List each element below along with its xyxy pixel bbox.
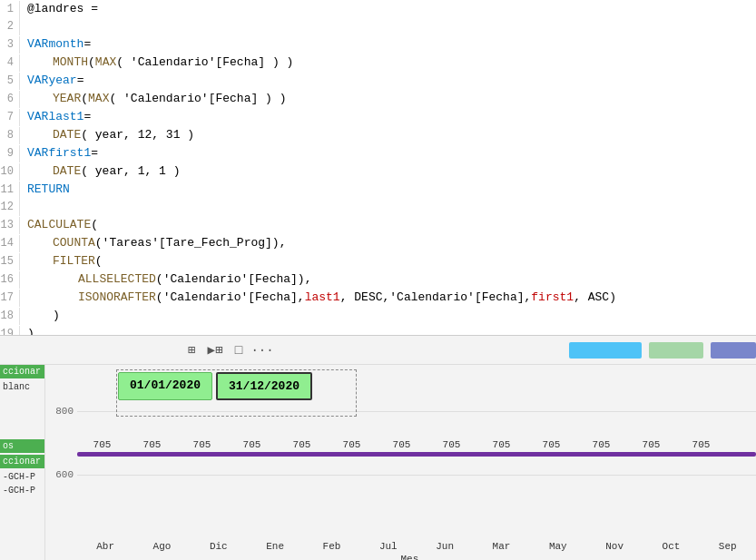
expand-icon[interactable]: ▶⊞ bbox=[205, 340, 225, 360]
code-line-6: 6YEAR ( MAX ( 'Calendario'[Fecha] ) ) bbox=[0, 90, 756, 108]
code-line-3: 3VAR month = bbox=[0, 35, 756, 54]
code-token: ( ' bbox=[116, 54, 137, 71]
month-feb: Feb bbox=[303, 541, 359, 552]
sidebar-item-4: ccionar bbox=[0, 455, 44, 468]
code-area: 1@landres = 23VAR month =4MONTH ( MAX ( … bbox=[0, 0, 756, 335]
bar-val-11: 705 bbox=[576, 439, 626, 450]
line-number: 14 bbox=[0, 235, 20, 252]
bar-val-12: 705 bbox=[626, 439, 676, 450]
code-line-4: 4MONTH ( MAX ( 'Calendario'[Fecha] ) ) bbox=[0, 54, 756, 72]
code-token: Fecha bbox=[222, 54, 258, 71]
bar-val-10: 705 bbox=[526, 439, 576, 450]
code-token: VAR bbox=[27, 72, 48, 89]
line-number: 15 bbox=[0, 253, 20, 270]
filter-icon[interactable]: ⊞ bbox=[182, 340, 201, 360]
code-token: DATE bbox=[53, 162, 81, 180]
code-line-11: 11RETURN bbox=[0, 181, 756, 199]
code-token: ( ' bbox=[109, 90, 130, 107]
code-token: last1 bbox=[305, 289, 340, 306]
code-line-16: 16ALLSELECTED('Calendario'[Fecha]), bbox=[0, 270, 756, 289]
code-line-5: 5VAR year = bbox=[0, 72, 756, 90]
code-token: , DESC,'Calendario'[Fecha], bbox=[340, 289, 532, 306]
more-icon[interactable]: ··· bbox=[252, 340, 272, 360]
code-token: ( bbox=[95, 252, 103, 270]
code-token: month bbox=[48, 35, 83, 53]
line-number: 12 bbox=[0, 199, 20, 216]
line-number: 19 bbox=[0, 326, 20, 335]
code-token: = bbox=[77, 72, 84, 89]
month-abr: Abr bbox=[77, 541, 133, 552]
line-number: 13 bbox=[0, 217, 20, 234]
code-line-19: 19) bbox=[0, 325, 756, 335]
code-line-2: 2 bbox=[0, 18, 756, 35]
code-token: Calendario bbox=[131, 90, 201, 107]
code-line-17: 17ISONORAFTER('Calendario'[Fecha],last1,… bbox=[0, 289, 756, 307]
mes-label: Mes bbox=[401, 554, 419, 560]
line-number: 6 bbox=[0, 91, 20, 108]
code-token: Fecha bbox=[215, 90, 250, 107]
code-line-10: 10DATE ( year, 1, 1 ) bbox=[0, 162, 756, 181]
code-token: last1 bbox=[48, 108, 83, 125]
code-token: DATE bbox=[53, 126, 81, 143]
code-token: = bbox=[91, 144, 98, 162]
code-token: @landres = bbox=[27, 0, 98, 17]
bar-val-2: 705 bbox=[127, 439, 177, 450]
code-token: ALLSELECTED bbox=[78, 270, 156, 288]
code-token: ( year, 12, 31 ) bbox=[81, 126, 194, 143]
x-axis: Abr Ago Dic Ene Feb Jul Jun Mar May Nov … bbox=[77, 537, 756, 555]
month-nov: Nov bbox=[586, 541, 643, 552]
code-token: first1 bbox=[48, 144, 91, 162]
code-token: '[ bbox=[201, 90, 216, 107]
code-token: '[ bbox=[209, 54, 223, 71]
code-token: CALCULATE bbox=[27, 216, 91, 233]
rect-icon[interactable]: □ bbox=[229, 340, 249, 360]
code-token: FILTER bbox=[53, 252, 95, 270]
bar-val-3: 705 bbox=[177, 439, 227, 450]
code-token: , ASC) bbox=[574, 289, 616, 306]
code-line-1: 1@landres = bbox=[0, 0, 756, 18]
code-line-15: 15FILTER( bbox=[0, 252, 756, 270]
bar-val-7: 705 bbox=[377, 439, 427, 450]
code-token: = bbox=[83, 35, 91, 53]
code-token: ) bbox=[27, 325, 34, 335]
sidebar-item-1: ccionar bbox=[0, 365, 44, 378]
code-line-12: 12 bbox=[0, 199, 756, 216]
month-sep: Sep bbox=[700, 541, 756, 552]
y-label-600: 600 bbox=[45, 469, 756, 480]
month-oct: Oct bbox=[643, 541, 699, 552]
date-picker: 01/01/2020 31/12/2020 bbox=[118, 372, 312, 400]
month-dic: Dic bbox=[191, 541, 247, 552]
line-number: 11 bbox=[0, 182, 20, 199]
month-mar: Mar bbox=[473, 541, 529, 552]
bar-val-9: 705 bbox=[476, 439, 526, 450]
code-token: ( year, 1, 1 ) bbox=[81, 162, 180, 180]
month-ene: Ene bbox=[247, 541, 303, 552]
code-token: year bbox=[48, 72, 76, 89]
code-token: MONTH bbox=[53, 54, 88, 71]
code-token: ) bbox=[53, 307, 60, 324]
bar-val-4: 705 bbox=[227, 439, 277, 450]
chart-main: 01/01/2020 31/12/2020 800 705 705 705 70… bbox=[45, 365, 756, 560]
code-token: ('Calendario'[Fecha]), bbox=[156, 270, 312, 288]
date-start-box[interactable]: 01/01/2020 bbox=[118, 372, 212, 400]
line-number: 17 bbox=[0, 290, 20, 307]
code-line-18: 18) bbox=[0, 307, 756, 325]
code-line-7: 7VAR last1 = bbox=[0, 108, 756, 126]
code-token: first1 bbox=[531, 289, 574, 306]
code-token: ] ) ) bbox=[258, 54, 293, 71]
bar-values-row: 705 705 705 705 705 705 705 705 705 705 … bbox=[77, 436, 756, 454]
code-token: VAR bbox=[27, 35, 48, 53]
line-number: 5 bbox=[0, 73, 20, 90]
line-number: 7 bbox=[0, 109, 20, 126]
code-token: ] ) ) bbox=[250, 90, 286, 107]
code-token: ('Calendario'[Fecha], bbox=[156, 289, 305, 306]
line-number: 8 bbox=[0, 127, 20, 144]
code-token: VAR bbox=[27, 108, 48, 125]
code-token: = bbox=[83, 108, 91, 125]
sidebar-item-5: -GCH-P bbox=[0, 470, 44, 484]
line-number: 3 bbox=[0, 36, 20, 54]
bar-val-13: 705 bbox=[676, 439, 726, 450]
sidebar-item-3: os bbox=[0, 439, 44, 453]
date-end-box[interactable]: 31/12/2020 bbox=[216, 372, 312, 400]
month-jun: Jun bbox=[417, 541, 473, 552]
